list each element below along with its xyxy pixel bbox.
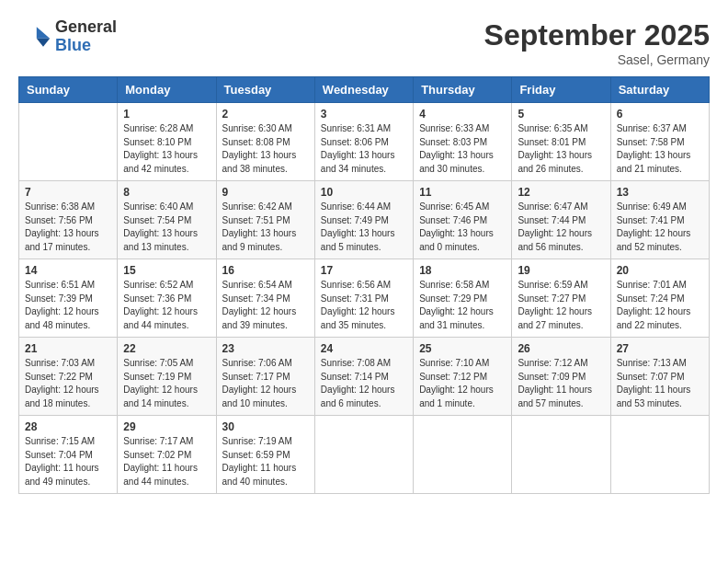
day-number: 2: [222, 108, 309, 121]
day-info: Sunrise: 7:15 AM Sunset: 7:04 PM Dayligh…: [25, 435, 111, 488]
weekday-header-saturday: Saturday: [610, 77, 709, 103]
calendar-cell: [414, 416, 512, 494]
day-number: 13: [617, 186, 703, 199]
calendar-cell: 9Sunrise: 6:42 AM Sunset: 7:51 PM Daylig…: [216, 181, 314, 259]
calendar-cell: 25Sunrise: 7:10 AM Sunset: 7:12 PM Dayli…: [414, 338, 512, 416]
day-number: 10: [321, 186, 407, 199]
weekday-header-monday: Monday: [118, 77, 216, 103]
logo-general: General: [55, 18, 117, 37]
day-info: Sunrise: 7:17 AM Sunset: 7:02 PM Dayligh…: [123, 435, 210, 488]
calendar-cell: 21Sunrise: 7:03 AM Sunset: 7:22 PM Dayli…: [19, 338, 118, 416]
page-header: General Blue September 2025 Sasel, Germa…: [18, 18, 710, 67]
calendar-cell: 17Sunrise: 6:56 AM Sunset: 7:31 PM Dayli…: [314, 259, 413, 338]
calendar-table: SundayMondayTuesdayWednesdayThursdayFrid…: [18, 76, 710, 494]
day-info: Sunrise: 6:47 AM Sunset: 7:44 PM Dayligh…: [518, 201, 604, 254]
day-number: 5: [518, 108, 604, 121]
calendar-cell: 6Sunrise: 6:37 AM Sunset: 7:58 PM Daylig…: [610, 103, 709, 181]
day-number: 14: [25, 264, 111, 277]
day-info: Sunrise: 6:30 AM Sunset: 8:08 PM Dayligh…: [222, 122, 309, 176]
day-info: Sunrise: 6:40 AM Sunset: 7:54 PM Dayligh…: [123, 201, 210, 254]
day-info: Sunrise: 6:37 AM Sunset: 7:58 PM Dayligh…: [617, 122, 703, 176]
calendar-week-row: 21Sunrise: 7:03 AM Sunset: 7:22 PM Dayli…: [19, 338, 710, 416]
day-info: Sunrise: 6:45 AM Sunset: 7:46 PM Dayligh…: [419, 201, 506, 254]
calendar-cell: 28Sunrise: 7:15 AM Sunset: 7:04 PM Dayli…: [19, 416, 118, 494]
calendar-week-row: 14Sunrise: 6:51 AM Sunset: 7:39 PM Dayli…: [19, 259, 710, 338]
day-info: Sunrise: 6:42 AM Sunset: 7:51 PM Dayligh…: [222, 201, 309, 254]
day-number: 19: [518, 264, 604, 277]
day-number: 30: [222, 420, 309, 433]
day-info: Sunrise: 6:38 AM Sunset: 7:56 PM Dayligh…: [25, 201, 111, 254]
day-info: Sunrise: 7:03 AM Sunset: 7:22 PM Dayligh…: [25, 357, 111, 410]
day-info: Sunrise: 6:59 AM Sunset: 7:27 PM Dayligh…: [518, 279, 604, 332]
day-info: Sunrise: 6:44 AM Sunset: 7:49 PM Dayligh…: [321, 201, 407, 254]
calendar-cell: 14Sunrise: 6:51 AM Sunset: 7:39 PM Dayli…: [19, 259, 118, 338]
calendar-cell: [314, 416, 413, 494]
day-number: 29: [123, 420, 210, 433]
calendar-cell: 15Sunrise: 6:52 AM Sunset: 7:36 PM Dayli…: [118, 259, 216, 338]
calendar-cell: 5Sunrise: 6:35 AM Sunset: 8:01 PM Daylig…: [512, 103, 610, 181]
calendar-cell: 7Sunrise: 6:38 AM Sunset: 7:56 PM Daylig…: [19, 181, 118, 259]
day-number: 4: [419, 108, 506, 121]
day-info: Sunrise: 7:12 AM Sunset: 7:09 PM Dayligh…: [518, 357, 604, 410]
day-info: Sunrise: 6:33 AM Sunset: 8:03 PM Dayligh…: [419, 122, 506, 176]
calendar-cell: 20Sunrise: 7:01 AM Sunset: 7:24 PM Dayli…: [610, 259, 709, 338]
day-info: Sunrise: 6:49 AM Sunset: 7:41 PM Dayligh…: [617, 201, 703, 254]
calendar-cell: 27Sunrise: 7:13 AM Sunset: 7:07 PM Dayli…: [610, 338, 709, 416]
day-number: 22: [123, 342, 210, 355]
day-info: Sunrise: 6:58 AM Sunset: 7:29 PM Dayligh…: [419, 279, 506, 332]
day-info: Sunrise: 6:52 AM Sunset: 7:36 PM Dayligh…: [123, 279, 210, 332]
weekday-header-sunday: Sunday: [19, 77, 118, 103]
calendar-cell: 3Sunrise: 6:31 AM Sunset: 8:06 PM Daylig…: [314, 103, 413, 181]
weekday-header-friday: Friday: [512, 77, 610, 103]
day-info: Sunrise: 7:06 AM Sunset: 7:17 PM Dayligh…: [222, 357, 309, 410]
svg-marker-0: [37, 27, 50, 39]
day-number: 3: [321, 108, 407, 121]
day-number: 25: [419, 342, 506, 355]
day-number: 24: [321, 342, 407, 355]
day-number: 11: [419, 186, 506, 199]
calendar-cell: 18Sunrise: 6:58 AM Sunset: 7:29 PM Dayli…: [414, 259, 512, 338]
day-info: Sunrise: 6:56 AM Sunset: 7:31 PM Dayligh…: [321, 279, 407, 332]
weekday-header-row: SundayMondayTuesdayWednesdayThursdayFrid…: [19, 77, 710, 103]
calendar-cell: 16Sunrise: 6:54 AM Sunset: 7:34 PM Dayli…: [216, 259, 314, 338]
calendar-cell: 12Sunrise: 6:47 AM Sunset: 7:44 PM Dayli…: [512, 181, 610, 259]
weekday-header-wednesday: Wednesday: [314, 77, 413, 103]
day-info: Sunrise: 7:19 AM Sunset: 6:59 PM Dayligh…: [222, 435, 309, 488]
day-number: 9: [222, 186, 309, 199]
day-number: 12: [518, 186, 604, 199]
calendar-week-row: 28Sunrise: 7:15 AM Sunset: 7:04 PM Dayli…: [19, 416, 710, 494]
weekday-header-tuesday: Tuesday: [216, 77, 314, 103]
calendar-cell: 13Sunrise: 6:49 AM Sunset: 7:41 PM Dayli…: [610, 181, 709, 259]
calendar-week-row: 1Sunrise: 6:28 AM Sunset: 8:10 PM Daylig…: [19, 103, 710, 181]
day-info: Sunrise: 6:35 AM Sunset: 8:01 PM Dayligh…: [518, 122, 604, 176]
logo: General Blue: [18, 18, 117, 55]
logo-icon: [18, 20, 51, 53]
title-section: September 2025 Sasel, Germany: [484, 18, 710, 67]
calendar-cell: 19Sunrise: 6:59 AM Sunset: 7:27 PM Dayli…: [512, 259, 610, 338]
calendar-cell: [19, 103, 118, 181]
day-number: 20: [617, 264, 703, 277]
day-number: 15: [123, 264, 210, 277]
calendar-cell: 8Sunrise: 6:40 AM Sunset: 7:54 PM Daylig…: [118, 181, 216, 259]
day-info: Sunrise: 6:51 AM Sunset: 7:39 PM Dayligh…: [25, 279, 111, 332]
logo-blue: Blue: [55, 37, 117, 55]
calendar-cell: 26Sunrise: 7:12 AM Sunset: 7:09 PM Dayli…: [512, 338, 610, 416]
weekday-header-thursday: Thursday: [414, 77, 512, 103]
day-number: 6: [617, 108, 703, 121]
day-number: 23: [222, 342, 309, 355]
calendar-week-row: 7Sunrise: 6:38 AM Sunset: 7:56 PM Daylig…: [19, 181, 710, 259]
day-number: 16: [222, 264, 309, 277]
day-number: 8: [123, 186, 210, 199]
svg-marker-1: [37, 39, 50, 47]
day-info: Sunrise: 7:05 AM Sunset: 7:19 PM Dayligh…: [123, 357, 210, 410]
calendar-cell: [610, 416, 709, 494]
day-number: 7: [25, 186, 111, 199]
day-info: Sunrise: 7:13 AM Sunset: 7:07 PM Dayligh…: [617, 357, 703, 410]
calendar-cell: 10Sunrise: 6:44 AM Sunset: 7:49 PM Dayli…: [314, 181, 413, 259]
calendar-cell: 22Sunrise: 7:05 AM Sunset: 7:19 PM Dayli…: [118, 338, 216, 416]
day-number: 17: [321, 264, 407, 277]
day-info: Sunrise: 7:01 AM Sunset: 7:24 PM Dayligh…: [617, 279, 703, 332]
day-number: 1: [123, 108, 210, 121]
day-number: 28: [25, 420, 111, 433]
calendar-cell: 2Sunrise: 6:30 AM Sunset: 8:08 PM Daylig…: [216, 103, 314, 181]
